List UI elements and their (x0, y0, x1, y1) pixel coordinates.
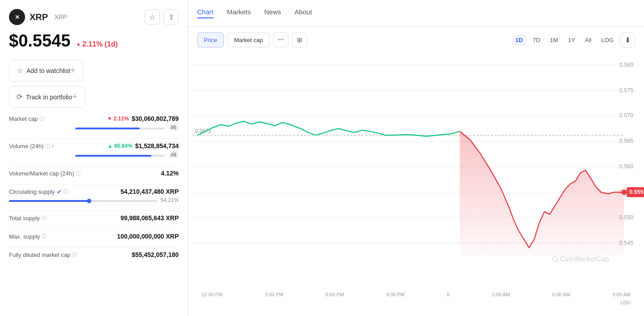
portfolio-label: Track in portfolio (26, 94, 72, 101)
chart-controls-left: Price Market cap 〰 ⊞ (197, 32, 307, 47)
portfolio-plus-icon: + (72, 92, 77, 102)
volume-rank: #8 (168, 151, 179, 158)
max-supply-info-icon[interactable]: ⓘ (42, 233, 47, 240)
vol-market-cap-label: Volume/Market cap (24h) ⓘ (9, 170, 81, 177)
price-change: 2.11% (1d) (76, 40, 118, 48)
volume-progress (75, 155, 165, 157)
stats-section: Market cap ⓘ ▼ 2.11% $30,060,802,789 #6 (9, 115, 179, 258)
circulating-progress (9, 200, 157, 202)
circulating-supply-value: 54,210,437,480 XRP (120, 188, 179, 195)
circulating-bar-dot (87, 199, 91, 203)
tab-chart[interactable]: Chart (197, 8, 214, 18)
fully-diluted-row: Fully diluted market cap ⓘ $55,452,057,1… (9, 251, 179, 258)
max-supply-row: Max. supply ⓘ 100,000,000,000 XRP (9, 233, 179, 240)
vol-market-cap-info-icon[interactable]: ⓘ (76, 170, 81, 177)
time-log-button[interactable]: LOG (598, 34, 617, 46)
left-panel: ✕ XRP XRP ☆ ⇪ $0.5545 2.11% (1d) ☆ Add t… (0, 0, 188, 316)
price-filter-button[interactable]: Price (197, 32, 224, 47)
watchlist-icon: ☆ (17, 66, 23, 75)
candle-icon: ⊞ (297, 36, 302, 43)
red-fill-area (460, 131, 624, 256)
volume-change: ▲ 86.84% (107, 143, 133, 149)
max-supply-label: Max. supply ⓘ (9, 233, 47, 240)
market-cap-change: ▼ 2.11% (107, 115, 129, 122)
reference-price-label: 0.5673 (195, 128, 211, 135)
x-label-900pm: 9:00 PM (386, 292, 404, 297)
fully-diluted-info-icon[interactable]: ⓘ (72, 252, 77, 258)
y-label-0.565: 0.565 (619, 137, 634, 145)
x-label-300pm: 3:00 PM (265, 292, 283, 297)
verified-icon: ✔ (57, 188, 62, 195)
star-icon: ☆ (149, 13, 155, 21)
chart-svg-container: 0.580 0.575 0.570 0.565 0.560 0.555 0.55… (193, 51, 640, 289)
x-label-1200pm: 12:00 PM (202, 292, 223, 297)
watermark-text: ⬡ CoinMarketCap (552, 255, 609, 263)
download-button[interactable]: ⬇ (620, 32, 635, 47)
time-1y-button[interactable]: 1Y (564, 34, 579, 46)
market-cap-bar-fill (75, 128, 140, 129)
total-supply-info-icon[interactable]: ⓘ (42, 215, 47, 222)
y-label-0.560: 0.560 (619, 163, 634, 170)
total-supply-value: 99,988,065,643 XRP (120, 214, 179, 222)
volume-bar-fill (75, 155, 151, 157)
coin-logo-text: ✕ (15, 14, 20, 21)
watchlist-plus-icon: + (70, 65, 76, 76)
coin-identity: ✕ XRP XRP (9, 9, 67, 25)
x-label-600am: 6:00 AM (552, 292, 570, 297)
chart-usd-label: USD (193, 300, 640, 305)
fully-diluted-value: $55,452,057,180 (132, 251, 179, 258)
chart-controls: Price Market cap 〰 ⊞ 1D 7D 1M 1Y All LOG… (188, 27, 644, 51)
circulating-supply-row: Circulating supply ✔ ⓘ 54,210,437,480 XR… (9, 188, 179, 203)
circulating-pct: 54.21% (159, 197, 179, 203)
time-all-button[interactable]: All (581, 34, 595, 46)
share-button[interactable]: ⇪ (163, 9, 179, 25)
track-portfolio-button[interactable]: ⟳ Track in portfolio + (9, 86, 85, 108)
share-icon: ⇪ (168, 13, 174, 21)
y-label-0.580: 0.580 (619, 61, 634, 68)
coin-name: XRP (30, 12, 48, 22)
current-price-text: 0.555 (629, 188, 644, 196)
market-cap-rank: #6 (168, 124, 179, 131)
line-icon: 〰 (278, 36, 284, 43)
watchlist-star-button[interactable]: ☆ (145, 9, 160, 25)
x-label-300am: 3:00 AM (492, 292, 510, 297)
circulating-info-icon[interactable]: ⓘ (64, 188, 69, 195)
volume-expand-icon[interactable]: › (52, 143, 54, 149)
vol-market-cap-value: 4.12% (161, 170, 179, 177)
market-cap-progress (75, 128, 165, 129)
coin-symbol: XRP (54, 13, 67, 21)
volume-row: Volume (24h) ⓘ › ▲ 86.84% $1,528,854,734… (9, 142, 179, 158)
total-supply-row: Total supply ⓘ 99,988,065,643 XRP (9, 214, 179, 222)
market-cap-info-icon[interactable]: ⓘ (39, 115, 44, 122)
tab-news[interactable]: News (264, 8, 281, 18)
time-7d-button[interactable]: 7D (529, 34, 544, 46)
x-label-900am: 9:00 AM (613, 292, 631, 297)
volume-info-icon[interactable]: ⓘ (45, 143, 50, 149)
current-price-dot (622, 189, 627, 195)
price-chart-svg: 0.580 0.575 0.570 0.565 0.560 0.555 0.55… (193, 51, 640, 289)
circulating-supply-label: Circulating supply ✔ ⓘ (9, 188, 69, 195)
vol-market-cap-row: Volume/Market cap (24h) ⓘ 4.12% (9, 170, 179, 177)
chart-x-labels: 12:00 PM 3:00 PM 6:00 PM 9:00 PM 8 3:00 … (193, 289, 640, 299)
coin-logo: ✕ (9, 9, 25, 25)
candle-chart-button[interactable]: ⊞ (292, 32, 307, 47)
time-1m-button[interactable]: 1M (546, 34, 562, 46)
fully-diluted-label: Fully diluted market cap ⓘ (9, 252, 77, 258)
price-value: $0.5545 (9, 31, 70, 50)
header-actions: ☆ ⇪ (145, 9, 179, 25)
circulating-bar-fill (9, 200, 89, 202)
market-cap-label: Market cap ⓘ (9, 115, 44, 122)
tab-about[interactable]: About (295, 8, 312, 18)
add-to-watchlist-button[interactable]: ☆ Add to watchlist + (9, 60, 83, 81)
tabs-row: Chart Markets News About (188, 0, 644, 27)
volume-value: $1,528,854,734 (135, 142, 179, 149)
right-panel: Chart Markets News About Price Market ca… (188, 0, 644, 316)
tab-markets[interactable]: Markets (227, 8, 251, 18)
market-cap-filter-button[interactable]: Market cap (228, 32, 270, 47)
time-1d-button[interactable]: 1D (512, 34, 527, 46)
total-supply-label: Total supply ⓘ (9, 215, 47, 222)
max-supply-value: 100,000,000,000 XRP (117, 233, 179, 240)
line-chart-button[interactable]: 〰 (273, 32, 288, 47)
watchlist-label: Add to watchlist (26, 67, 70, 74)
price-display: $0.5545 2.11% (1d) (9, 31, 179, 51)
